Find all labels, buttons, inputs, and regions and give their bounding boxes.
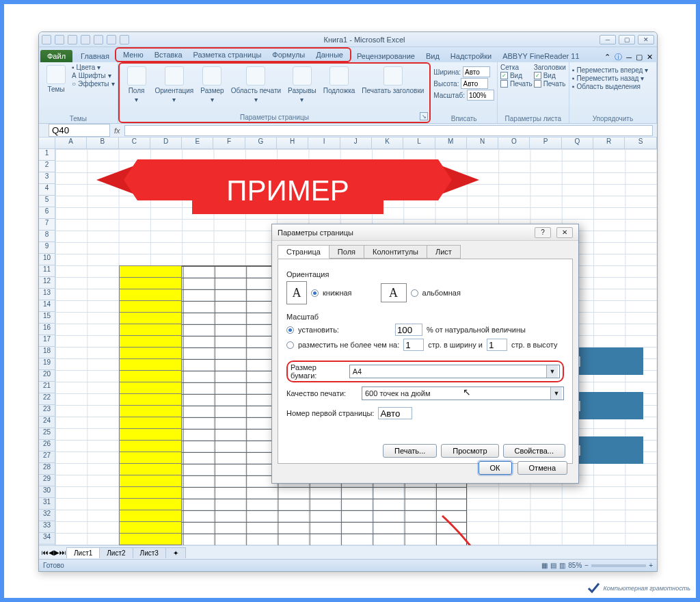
selection-pane-button[interactable]: ▪ Область выделения — [572, 83, 654, 90]
row-header[interactable]: 6 — [39, 207, 55, 219]
cancel-button[interactable]: Отмена — [517, 461, 567, 475]
tab-nav-first[interactable]: ⏮ — [42, 549, 49, 556]
sheet-tab[interactable]: Лист2 — [99, 547, 133, 558]
bring-forward-button[interactable]: ▪ Переместить вперед ▾ — [572, 66, 654, 74]
row-header[interactable]: 29 — [39, 475, 55, 486]
row-header[interactable]: 33 — [39, 521, 55, 533]
size-button[interactable]: Размер▾ — [198, 65, 226, 105]
col-header[interactable]: P — [530, 138, 561, 148]
orientation-button[interactable]: Ориентация▾ — [152, 65, 197, 105]
row-header[interactable]: 7 — [39, 219, 55, 231]
tab-insert[interactable]: Вставка — [149, 49, 188, 61]
tab-nav-last[interactable]: ⏭ — [59, 549, 66, 556]
qat-icon[interactable] — [120, 35, 129, 44]
row-header[interactable]: 34 — [39, 533, 55, 545]
paper-size-combo[interactable]: A4 — [349, 365, 560, 378]
minimize-ribbon-icon[interactable]: ⌃ — [604, 53, 610, 62]
sheet-tab[interactable]: Лист1 — [66, 547, 100, 558]
save-icon[interactable] — [55, 35, 64, 44]
margins-button[interactable]: Поля▾ — [122, 65, 151, 105]
col-header[interactable]: A — [55, 138, 87, 148]
tab-nav-next[interactable]: ▶ — [54, 549, 59, 556]
effects-button[interactable]: ○ Эффекты ▾ — [72, 80, 115, 88]
adjust-input[interactable] — [395, 324, 422, 336]
col-header[interactable]: L — [403, 138, 435, 148]
tab-abbyy[interactable]: ABBYY FineReader 11 — [497, 50, 584, 62]
themes-button[interactable]: Темы — [42, 64, 70, 94]
row-header[interactable]: 3 — [39, 172, 55, 184]
row-header[interactable]: 8 — [39, 231, 55, 242]
col-header[interactable]: S — [625, 138, 656, 148]
col-header[interactable]: Q — [562, 138, 593, 148]
zoom-value[interactable]: 85% — [568, 562, 582, 569]
tab-home[interactable]: Главная — [75, 50, 115, 62]
view-normal-icon[interactable]: ▦ — [541, 562, 548, 569]
row-header[interactable]: 24 — [39, 417, 55, 428]
col-header[interactable]: G — [245, 138, 277, 148]
view-page-icon[interactable]: ▤ — [550, 562, 556, 569]
row-header[interactable]: 5 — [39, 196, 55, 207]
tab-data[interactable]: Данные — [310, 49, 349, 61]
fonts-button[interactable]: A Шрифты ▾ — [72, 72, 115, 79]
row-header[interactable]: 21 — [39, 382, 55, 393]
background-button[interactable]: Подложка — [321, 65, 358, 96]
head-view-checkbox[interactable]: ✓ — [534, 72, 541, 79]
tab-review[interactable]: Рецензирование — [351, 50, 420, 62]
ok-button[interactable]: ОК — [479, 461, 512, 475]
tab-formulas[interactable]: Формулы — [267, 49, 310, 61]
row-header[interactable]: 22 — [39, 393, 55, 405]
fit-width-input[interactable] — [403, 339, 424, 351]
name-box[interactable] — [49, 124, 110, 137]
row-header[interactable]: 27 — [39, 452, 55, 463]
row-header[interactable]: 18 — [39, 347, 55, 358]
col-header[interactable]: C — [119, 138, 150, 148]
row-header[interactable]: 35 — [39, 545, 55, 545]
row-header[interactable]: 28 — [39, 463, 55, 475]
col-header[interactable]: N — [467, 138, 498, 148]
row-header[interactable]: 23 — [39, 405, 55, 417]
undo-icon[interactable] — [68, 35, 77, 44]
fit-radio[interactable] — [286, 341, 294, 349]
row-header[interactable]: 4 — [39, 184, 55, 196]
qat-icon[interactable] — [107, 35, 116, 44]
formula-bar[interactable] — [124, 125, 653, 136]
tab-pagelayout[interactable]: Разметка страницы — [188, 49, 267, 61]
grid-print-checkbox[interactable] — [500, 80, 508, 88]
properties-button[interactable]: Свойства... — [503, 444, 565, 458]
page-setup-dialog-launcher[interactable]: ↘ — [420, 112, 428, 120]
new-sheet-button[interactable]: ✦ — [165, 547, 186, 558]
doc-restore-icon[interactable]: ▢ — [636, 53, 643, 62]
tab-menu[interactable]: Меню — [118, 49, 149, 61]
tab-file[interactable]: Файл — [40, 50, 72, 62]
colors-button[interactable]: ▪ Цвета ▾ — [72, 64, 115, 71]
row-header[interactable]: 12 — [39, 277, 55, 289]
row-header[interactable]: 11 — [39, 265, 55, 277]
row-header[interactable]: 16 — [39, 324, 55, 335]
adjust-radio[interactable] — [286, 326, 294, 334]
close-button[interactable]: ✕ — [638, 35, 654, 44]
row-header[interactable]: 20 — [39, 370, 55, 382]
row-header[interactable]: 1 — [39, 149, 55, 161]
sheet-tab[interactable]: Лист3 — [133, 547, 166, 558]
col-header[interactable]: R — [593, 138, 625, 148]
fit-height-input[interactable] — [487, 339, 507, 351]
col-header[interactable]: D — [150, 138, 182, 148]
portrait-radio[interactable] — [311, 289, 319, 297]
dialog-tab-header[interactable]: Колонтитулы — [364, 245, 427, 259]
row-header[interactable]: 10 — [39, 254, 55, 265]
fx-icon[interactable]: fx — [114, 127, 120, 135]
height-input[interactable] — [461, 78, 488, 89]
col-header[interactable]: O — [498, 138, 530, 148]
zoom-slider[interactable] — [591, 564, 646, 567]
row-header[interactable]: 26 — [39, 440, 55, 452]
doc-close-icon[interactable]: ✕ — [647, 53, 653, 62]
row-header[interactable]: 14 — [39, 300, 55, 312]
zoom-in-button[interactable]: + — [649, 562, 653, 569]
qat-icon[interactable] — [94, 35, 103, 44]
col-header[interactable]: I — [308, 138, 340, 148]
col-header[interactable]: B — [87, 138, 118, 148]
row-header[interactable]: 31 — [39, 498, 55, 510]
send-backward-button[interactable]: ▪ Переместить назад ▾ — [572, 75, 654, 82]
minimize-button[interactable]: ─ — [600, 35, 616, 44]
view-break-icon[interactable]: ▥ — [559, 562, 565, 569]
